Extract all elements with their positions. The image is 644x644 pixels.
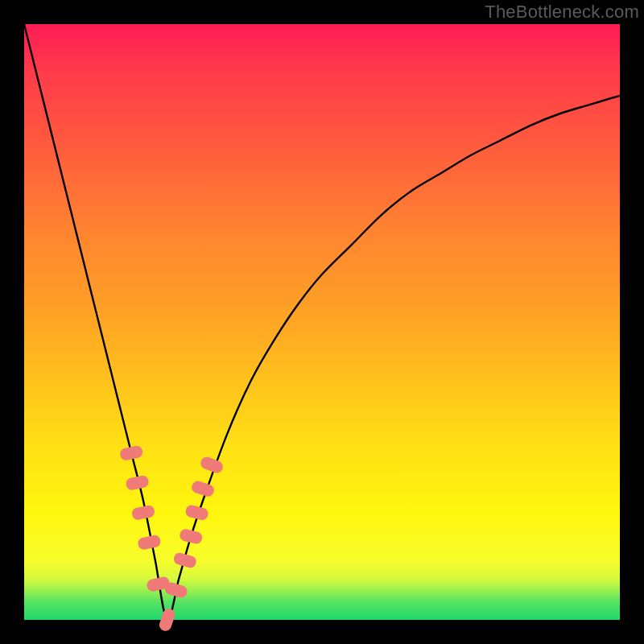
- curve-marker: [190, 480, 215, 498]
- plot-area: [24, 24, 620, 620]
- curve-marker: [137, 535, 161, 551]
- curve-marker: [179, 528, 204, 545]
- chart-frame: TheBottleneck.com: [0, 0, 644, 644]
- bottleneck-curve-path: [24, 24, 620, 620]
- curve-svg: [24, 24, 620, 620]
- curve-marker: [199, 456, 224, 475]
- curve-marker: [119, 445, 143, 461]
- curve-marker: [163, 581, 188, 599]
- curve-marker: [158, 607, 176, 632]
- curve-marker: [172, 551, 197, 569]
- curve-marker: [131, 505, 155, 521]
- curve-marker: [184, 504, 209, 521]
- curve-marker: [125, 475, 149, 491]
- marker-group: [119, 445, 225, 633]
- watermark-text: TheBottleneck.com: [485, 2, 639, 23]
